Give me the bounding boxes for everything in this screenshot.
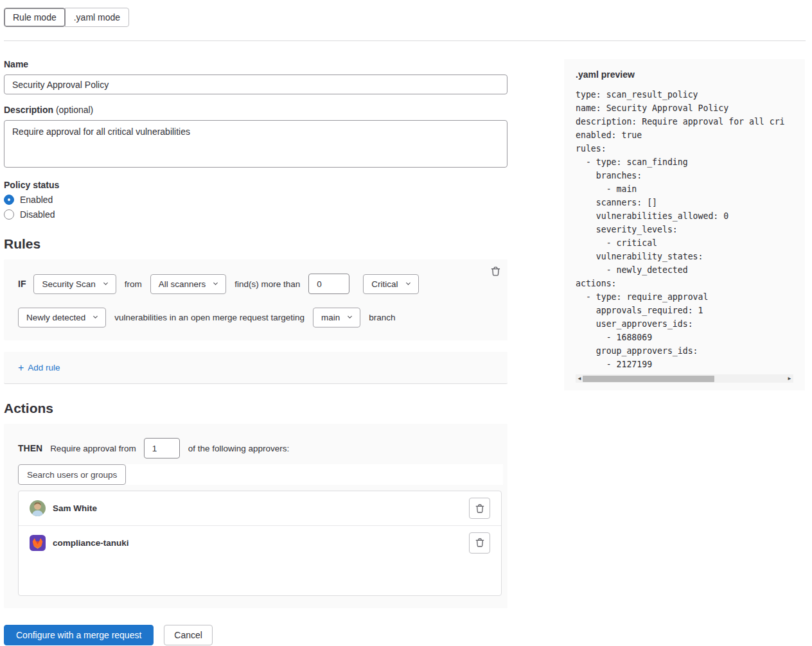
description-label-text: Description bbox=[4, 105, 53, 115]
rule-mode-tab[interactable]: Rule mode bbox=[4, 8, 66, 27]
vulnerability-state-dropdown[interactable]: Newly detected bbox=[18, 308, 106, 327]
chevron-down-icon bbox=[92, 313, 99, 322]
disabled-radio[interactable] bbox=[4, 209, 14, 220]
description-optional-text: (optional) bbox=[56, 105, 93, 115]
policy-mode-segmented-control: Rule mode .yaml mode bbox=[4, 8, 129, 27]
plus-icon: + bbox=[18, 363, 24, 373]
remove-approver-button[interactable] bbox=[469, 532, 490, 554]
approver-search-row: Search users or groups bbox=[18, 464, 503, 485]
policy-editor-page: Rule mode .yaml mode Name Description (o… bbox=[0, 0, 812, 645]
disabled-radio-label[interactable]: Disabled bbox=[20, 209, 55, 220]
policy-status-label: Policy status bbox=[4, 180, 508, 190]
branch-dropdown[interactable]: main bbox=[313, 308, 360, 327]
chevron-down-icon bbox=[212, 279, 219, 289]
configure-merge-request-button[interactable]: Configure with a merge request bbox=[4, 625, 154, 645]
branch-text: branch bbox=[369, 313, 395, 322]
scrollbar-thumb[interactable] bbox=[583, 376, 714, 382]
yaml-mode-tab[interactable]: .yaml mode bbox=[65, 8, 129, 27]
then-label: THEN bbox=[18, 443, 42, 453]
from-text: from bbox=[125, 279, 142, 289]
following-approvers-text: of the following approvers: bbox=[188, 444, 290, 453]
approver-name: compliance-tanuki bbox=[53, 538, 129, 548]
scanners-value: All scanners bbox=[159, 279, 206, 289]
description-textarea[interactable]: Require approval for all critical vulner… bbox=[4, 120, 508, 168]
group-avatar bbox=[30, 535, 46, 551]
trash-icon bbox=[490, 269, 501, 279]
search-users-groups-button[interactable]: Search users or groups bbox=[18, 464, 126, 485]
branch-value: main bbox=[321, 313, 340, 322]
enabled-radio[interactable] bbox=[4, 195, 14, 205]
chevron-down-icon bbox=[102, 279, 109, 289]
scan-type-dropdown[interactable]: Security Scan bbox=[33, 274, 116, 294]
delete-rule-button[interactable] bbox=[489, 265, 502, 278]
approver-name: Sam White bbox=[53, 503, 97, 513]
action-panel: THEN Require approval from of the follow… bbox=[4, 424, 508, 608]
require-approval-text: Require approval from bbox=[50, 444, 136, 453]
add-rule-button[interactable]: + Add rule bbox=[18, 363, 60, 373]
description-label: Description (optional) bbox=[4, 105, 508, 115]
name-input[interactable] bbox=[4, 74, 508, 94]
enabled-radio-label[interactable]: Enabled bbox=[20, 195, 53, 205]
remove-approver-button[interactable] bbox=[469, 498, 490, 519]
add-rule-label: Add rule bbox=[28, 363, 60, 372]
severity-value: Critical bbox=[371, 279, 398, 289]
status-option-disabled: Disabled bbox=[4, 209, 508, 220]
then-row: THEN Require approval from of the follow… bbox=[18, 438, 499, 458]
yaml-preview-code: type: scan_result_policy name: Security … bbox=[576, 88, 793, 371]
yaml-preview-panel: .yaml preview type: scan_result_policy n… bbox=[564, 59, 805, 390]
scanners-dropdown[interactable]: All scanners bbox=[150, 274, 227, 294]
finds-more-than-text: find(s) more than bbox=[234, 279, 300, 289]
targeting-text: vulnerabilities in an open merge request… bbox=[114, 313, 304, 322]
chevron-down-icon bbox=[405, 279, 412, 289]
vulnerabilities-allowed-input[interactable] bbox=[308, 274, 349, 294]
approvers-list: Sam White bbox=[18, 491, 502, 596]
rule-panel: IF Security Scan from All scanners bbox=[4, 259, 508, 340]
scan-type-value: Security Scan bbox=[42, 279, 95, 289]
scroll-right-arrow-icon[interactable]: ► bbox=[786, 374, 793, 383]
rules-heading: Rules bbox=[4, 236, 508, 252]
header-divider bbox=[4, 40, 806, 41]
yaml-horizontal-scrollbar[interactable]: ◄ ► bbox=[576, 374, 793, 383]
yaml-preview-title: .yaml preview bbox=[576, 69, 793, 80]
trash-icon bbox=[475, 503, 485, 514]
cancel-button[interactable]: Cancel bbox=[164, 625, 213, 645]
rule-condition-row-2: Newly detected vulnerabilities in an ope… bbox=[18, 308, 492, 327]
policy-status-group: Policy status Enabled Disabled bbox=[4, 180, 508, 220]
trash-icon bbox=[475, 537, 485, 548]
add-rule-panel: + Add rule bbox=[4, 352, 508, 384]
vulnerability-state-value: Newly detected bbox=[26, 313, 85, 322]
approvals-required-input[interactable] bbox=[144, 438, 180, 458]
rule-condition-row-1: IF Security Scan from All scanners bbox=[18, 274, 492, 294]
approver-row-group: compliance-tanuki bbox=[19, 525, 501, 559]
if-label: IF bbox=[18, 279, 26, 289]
chevron-down-icon bbox=[346, 313, 353, 322]
actions-heading: Actions bbox=[4, 401, 508, 416]
form-footer: Configure with a merge request Cancel bbox=[4, 625, 508, 645]
severity-dropdown[interactable]: Critical bbox=[363, 274, 418, 294]
name-label: Name bbox=[4, 59, 508, 69]
yaml-preview-column: .yaml preview type: scan_result_policy n… bbox=[564, 59, 805, 390]
policy-form-column: Name Description (optional) Require appr… bbox=[4, 59, 508, 645]
approver-row-user: Sam White bbox=[19, 491, 501, 525]
user-avatar bbox=[30, 500, 46, 516]
status-option-enabled: Enabled bbox=[4, 195, 508, 205]
